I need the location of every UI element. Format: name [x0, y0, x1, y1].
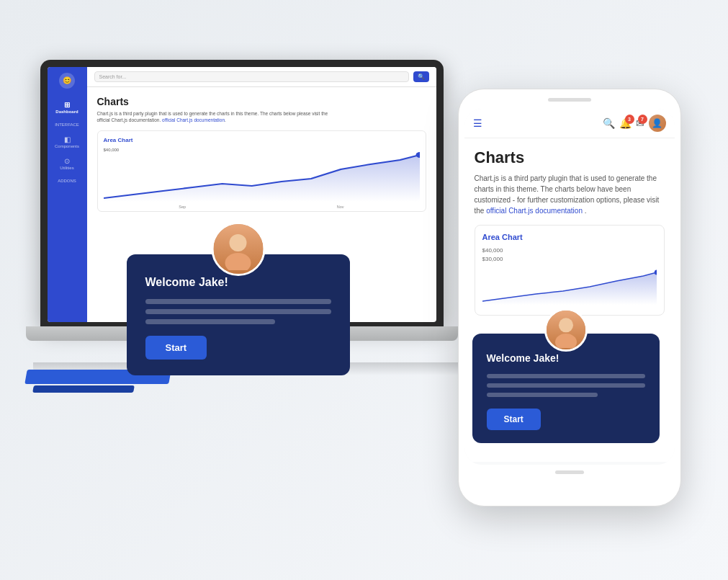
x-label-nov: Nov [337, 205, 344, 209]
mobile-welcome-title: Welcome Jake! [487, 352, 645, 364]
sidebar-logo: 😊 [59, 73, 75, 89]
scene: 😊 ⊞ Dashboard INTERFACE ◧ Components [19, 31, 710, 550]
phone-page-title: Charts [475, 148, 665, 167]
y-label-40k: $40,000 [104, 148, 120, 152]
top-bar: Search for... 🔍 [87, 67, 436, 87]
mobile-welcome-lines [487, 374, 645, 397]
utilities-icon: ⊙ [52, 157, 83, 165]
y-label-30k-phone: $30,000 [482, 256, 657, 262]
sidebar-item-utilities[interactable]: ⊙ Utilities [50, 155, 84, 172]
notification-badge: 3 [625, 115, 634, 124]
phone-topbar: ☰ 🔍 🔔 3 ✉ 7 👤 [464, 109, 675, 138]
laptop-welcome-card: Welcome Jake! Start [127, 254, 350, 375]
sidebar-item-components[interactable]: ◧ Components [50, 133, 84, 151]
svg-point-2 [230, 234, 247, 251]
phone-search-icon[interactable]: 🔍 [603, 117, 615, 129]
chart-title: Area Chart [104, 137, 420, 143]
svg-point-3 [225, 253, 251, 270]
phone-message-icon[interactable]: ✉ 7 [636, 117, 644, 129]
phone-notification-icon[interactable]: 🔔 3 [619, 117, 632, 129]
phone-docs-link[interactable]: official Chart.js documentation [486, 207, 583, 215]
phone-speaker [548, 98, 591, 102]
mobile-welcome-line-1 [487, 374, 645, 378]
phone-chart-card: Area Chart $40,000 $30,000 [475, 225, 665, 316]
phone-page-desc: Chart.js is a third party plugin that is… [475, 173, 665, 216]
chart-section: Area Chart $40,000 [97, 130, 426, 212]
page-title: Charts [97, 96, 426, 107]
mobile-avatar-face [547, 311, 585, 349]
mobile-welcome-line-3 [487, 393, 598, 397]
phone-home-button[interactable] [555, 470, 584, 474]
sidebar-item-interface[interactable]: INTERFACE [50, 120, 84, 129]
mobile-start-button[interactable]: Start [487, 409, 541, 430]
svg-point-5 [555, 334, 577, 348]
mobile-welcome-card: Welcome Jake! Start [472, 334, 660, 443]
laptop-avatar [211, 222, 265, 276]
sidebar: 😊 ⊞ Dashboard INTERFACE ◧ Components [48, 67, 87, 322]
phone-outer: ☰ 🔍 🔔 3 ✉ 7 👤 [458, 89, 681, 507]
dashboard-icon: ⊞ [52, 101, 83, 109]
area-chart-svg [104, 151, 420, 202]
components-icon: ◧ [52, 135, 83, 143]
y-label-40k-phone: $40,000 [482, 247, 657, 254]
laptop-start-button[interactable]: Start [145, 336, 207, 360]
mobile-welcome-line-2 [487, 383, 645, 388]
page-description: Chart.js is a third party plugin that is… [97, 110, 342, 123]
phone: ☰ 🔍 🔔 3 ✉ 7 👤 [458, 89, 681, 507]
chart-area: $40,000 [104, 148, 420, 205]
search-button[interactable]: 🔍 [413, 71, 429, 82]
x-labels: Sep Nov [104, 205, 420, 209]
welcome-line-2 [145, 309, 331, 314]
sidebar-item-dashboard[interactable]: ⊞ Dashboard [50, 99, 84, 116]
phone-chart-labels: $40,000 $30,000 [482, 247, 657, 262]
phone-chart-title: Area Chart [482, 233, 657, 241]
sidebar-item-addons[interactable]: ADDONS [50, 177, 84, 185]
welcome-line-1 [145, 299, 331, 304]
welcome-line-3 [145, 319, 276, 324]
phone-icons-right: 🔍 🔔 3 ✉ 7 👤 [603, 115, 666, 132]
phone-user-avatar[interactable]: 👤 [649, 115, 666, 132]
avatar-face [213, 224, 263, 274]
mobile-avatar [544, 308, 588, 352]
phone-menu-icon[interactable]: ☰ [473, 117, 482, 129]
laptop-welcome-lines [145, 299, 331, 324]
chart-docs-link[interactable]: official Chart.js documentation [162, 117, 225, 122]
svg-point-4 [559, 318, 573, 332]
x-label-sep: Sep [179, 205, 186, 209]
laptop-accent2 [32, 385, 135, 393]
laptop-welcome-title: Welcome Jake! [145, 276, 331, 289]
search-input[interactable]: Search for... [94, 71, 409, 82]
phone-area-chart [482, 265, 657, 305]
message-badge: 7 [638, 115, 647, 124]
